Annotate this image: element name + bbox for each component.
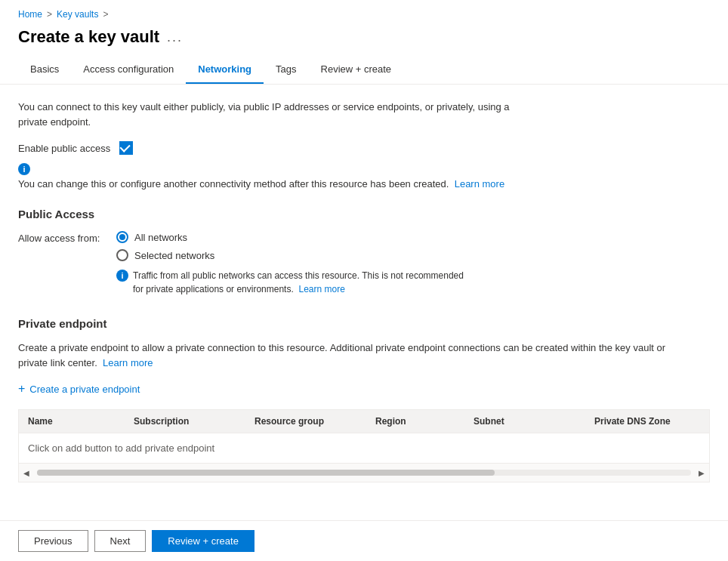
tab-networking[interactable]: Networking	[186, 56, 264, 84]
breadcrumb-home[interactable]: Home	[18, 9, 42, 20]
scroll-left-arrow[interactable]: ◀	[19, 467, 34, 479]
tab-basics[interactable]: Basics	[18, 56, 71, 84]
tab-review-create[interactable]: Review + create	[309, 56, 404, 84]
traffic-learn-more[interactable]: Learn more	[298, 284, 344, 294]
table-empty-message: Click on add button to add private endpo…	[19, 433, 709, 463]
enable-public-access-row: Enable public access	[18, 141, 710, 155]
enable-public-access-label: Enable public access	[18, 143, 110, 154]
radio-all-networks-circle[interactable]	[116, 231, 128, 243]
table-header: Name Subscription Resource group Region …	[19, 410, 709, 433]
add-private-endpoint-button[interactable]: + Create a private endpoint	[18, 379, 140, 399]
private-endpoint-section: Private endpoint Create a private endpoi…	[18, 317, 710, 482]
radio-all-networks-label: All networks	[134, 232, 187, 243]
col-private-dns-zone: Private DNS Zone	[585, 410, 709, 433]
radio-selected-networks-circle[interactable]	[116, 249, 128, 261]
breadcrumb-sep2: >	[103, 9, 108, 20]
info-icon: i	[18, 163, 30, 175]
col-region: Region	[366, 410, 464, 433]
scrollbar: ◀ ▶	[19, 463, 709, 482]
scroll-track[interactable]	[37, 470, 691, 476]
page-title: Create a key vault	[18, 27, 159, 47]
more-options-button[interactable]: ...	[167, 29, 183, 45]
breadcrumb-keyvaults[interactable]: Key vaults	[57, 9, 98, 20]
review-create-button[interactable]: Review + create	[152, 530, 254, 552]
enable-public-access-checkbox[interactable]	[119, 141, 133, 155]
tab-tags[interactable]: Tags	[264, 56, 308, 84]
plus-icon: +	[18, 382, 25, 396]
breadcrumb: Home > Key vaults >	[0, 0, 728, 24]
page-header: Create a key vault ...	[0, 24, 728, 56]
change-note-text: You can change this or configure another…	[18, 178, 449, 190]
radio-selected-networks-label: Selected networks	[134, 250, 214, 261]
tab-access-configuration[interactable]: Access configuration	[71, 56, 186, 84]
breadcrumb-sep1: >	[47, 9, 52, 20]
change-note-learn-more[interactable]: Learn more	[455, 178, 504, 190]
scroll-right-arrow[interactable]: ▶	[694, 467, 709, 479]
traffic-info-icon: i	[116, 270, 128, 282]
next-button[interactable]: Next	[94, 530, 147, 552]
radio-all-networks[interactable]: All networks	[116, 231, 214, 243]
scroll-thumb[interactable]	[37, 470, 495, 476]
col-subscription: Subscription	[125, 410, 245, 433]
private-endpoint-desc: Create a private endpoint to allow a pri…	[18, 341, 668, 370]
col-name: Name	[19, 410, 125, 433]
col-resource-group: Resource group	[245, 410, 366, 433]
change-note: You can change this or configure another…	[18, 178, 710, 190]
private-endpoint-title: Private endpoint	[18, 317, 710, 330]
previous-button[interactable]: Previous	[18, 530, 88, 552]
allow-access-row: Allow access from: All networks Selected…	[18, 231, 710, 261]
allow-access-label: Allow access from:	[18, 231, 101, 244]
networking-description: You can connect to this key vault either…	[18, 100, 517, 129]
add-endpoint-label: Create a private endpoint	[29, 384, 140, 395]
traffic-note-text: Traffic from all public networks can acc…	[133, 269, 464, 296]
traffic-note: i Traffic from all public networks can a…	[116, 269, 464, 296]
radio-options: All networks Selected networks	[116, 231, 214, 261]
private-endpoint-learn-more[interactable]: Learn more	[103, 357, 153, 368]
info-row: i	[18, 162, 710, 175]
content-area: You can connect to this key vault either…	[0, 100, 728, 482]
public-access-title: Public Access	[18, 208, 710, 220]
tabs-container: Basics Access configuration Networking T…	[0, 56, 728, 85]
private-endpoint-table: Name Subscription Resource group Region …	[18, 409, 710, 482]
footer: Previous Next Review + create	[0, 520, 728, 561]
col-subnet: Subnet	[464, 410, 585, 433]
radio-selected-networks[interactable]: Selected networks	[116, 249, 214, 261]
